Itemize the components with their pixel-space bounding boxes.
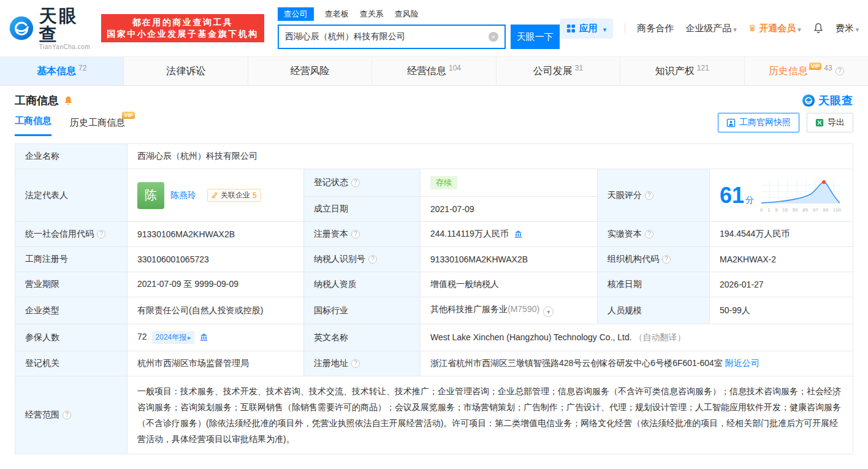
subtab-business-info[interactable]: 工商信息 [15,115,51,136]
reg-address-label: 注册地址 [304,351,421,376]
user-menu[interactable]: 费米 [836,23,859,34]
reg-authority-label: 登记机关 [15,351,128,376]
subtab-history-business-info[interactable]: 历史工商信息 VIP [70,117,125,136]
tianyancha-logo-icon [9,14,34,42]
tianyancha-logo-icon [802,94,815,107]
table-row: 法定代表人 陈 陈燕玲 关联企业 5 登记状态 [15,169,853,197]
english-name-value: West Lake Xinchen (Hangzhou) Technology … [421,324,853,351]
insured-count-label: 参保人数 [15,324,128,351]
table-row: 企业名称 西湖心辰（杭州）科技有限公司 [15,144,853,169]
annual-report-badge[interactable]: 2024年报 [152,331,195,344]
tab-basic-info[interactable]: 基本信息72 [0,57,124,85]
company-type-value: 有限责任公司(自然人投资或控股) [128,297,304,324]
chevron-down-icon [601,23,607,34]
open-vip-menu[interactable]: 开通会员 [748,23,801,34]
paid-capital-value: 194.4544万人民币 [710,222,853,247]
reg-authority-value: 杭州市西湖区市场监督管理局 [128,351,304,376]
enterprise-products-menu[interactable]: 企业级产品 [685,23,737,34]
apps-label: 应用 [579,23,598,34]
score-chart: 01 515 5085 9799 100 [760,178,841,213]
reg-number-label: 工商注册号 [15,247,128,272]
reg-address-value: 浙江省杭州市西湖区三墩镇智强路428号云创镓谷研发中心6号楼6F601-604室… [421,351,853,376]
help-icon[interactable] [351,178,360,187]
score-label: 天眼评分 [598,169,710,222]
search-tab-company[interactable]: 查公司 [278,7,314,21]
tab-operation-risk[interactable]: 经营风险 [248,57,372,85]
help-icon[interactable] [836,67,844,75]
nearby-companies-link[interactable]: 附近公司 [725,358,760,368]
help-icon[interactable] [63,411,71,419]
tianyancha-watermark-logo: 天眼查 [802,93,853,108]
related-companies-tag[interactable]: 关联企业 5 [207,189,261,202]
divider [625,23,625,33]
reg-number-value: 330106001065723 [128,247,304,272]
table-row: 登记机关 杭州市西湖区市场监督管理局 注册地址 浙江省杭州市西湖区三墩镇智强路4… [15,351,853,376]
business-term-value: 2021-07-09 至 9999-09-09 [128,272,304,297]
subscribe-bell-icon[interactable] [63,96,74,106]
search-tab-risk[interactable]: 查风险 [395,7,419,21]
top-header: 天眼查 TianYanCha.com 都在用的商业查询工具 国家中小企业发展子基… [0,0,868,56]
brand-name: 天眼查 [39,7,93,44]
tab-company-development[interactable]: 公司发展31 [497,57,620,85]
tab-operation-info[interactable]: 经营信息104 [372,57,496,85]
excel-icon [815,118,824,127]
chevron-down-icon [796,23,801,34]
insured-change-icon[interactable] [199,332,208,341]
help-icon[interactable] [645,230,653,238]
reg-capital-label: 注册资本 [304,222,421,247]
export-button[interactable]: 导出 [807,113,853,132]
establish-date-label: 成立日期 [304,197,421,222]
establish-date-value: 2021-07-09 [421,197,598,222]
score-marker-dot [822,180,826,184]
help-icon[interactable] [97,230,105,238]
company-section-tabs: 基本信息72 法律诉讼 经营风险 经营信息104 公司发展31 知识产权121 … [0,56,868,86]
vip-badge: VIP [809,63,822,70]
approval-date-value: 2026-01-27 [710,272,853,297]
tab-history-info[interactable]: 历史信息 VIP 43 [745,57,868,85]
search-tab-boss[interactable]: 查老板 [325,7,349,21]
business-info-table: 企业名称 西湖心辰（杭州）科技有限公司 法定代表人 陈 陈燕玲 关联企业 5 [15,143,853,454]
credit-code-label: 统一社会信用代码 [15,222,128,247]
industry-label: 国标行业 [304,297,421,324]
business-info-section: 工商信息 天眼查 工商信息 历史工商信息 VIP [0,93,868,454]
tab-legal-litigation[interactable]: 法律诉讼 [124,57,248,85]
chevron-down-icon[interactable] [543,307,554,317]
clear-icon[interactable] [489,32,498,42]
tianyancha-logo[interactable]: 天眼查 TianYanCha.com [9,7,93,50]
avatar[interactable]: 陈 [137,182,164,209]
official-snapshot-button[interactable]: 工商官网快照 [718,113,799,132]
credit-code-value: 91330106MA2KHWAX2B [128,222,304,247]
help-icon[interactable] [351,230,360,238]
score-axis: 01 515 5085 9799 100 [760,207,841,213]
promo-banner: 都在用的商业查询工具 国家中小企业发展子基金旗下机构 [101,14,264,42]
promo-banner-line1: 都在用的商业查询工具 [107,17,259,28]
taxpayer-id-label: 纳税人识别号 [304,247,421,272]
help-icon[interactable] [351,359,360,368]
company-type-label: 企业类型 [15,297,128,324]
capital-change-icon[interactable] [514,229,523,238]
tab-intellectual-property[interactable]: 知识产权121 [620,57,744,85]
brand-domain: TianYanCha.com [39,44,93,50]
help-icon[interactable] [368,255,377,264]
business-cooperation-link[interactable]: 商务合作 [637,23,674,34]
insured-count-value: 722024年报 [128,324,304,351]
business-term-label: 营业期限 [15,272,128,297]
help-icon[interactable] [645,191,653,200]
search-tab-relation[interactable]: 查关系 [360,7,384,21]
legal-rep-link[interactable]: 陈燕玲 [170,190,196,201]
link-icon [211,192,218,199]
table-row: 企业类型 有限责任公司(自然人投资或控股) 国标行业 其他科技推广服务业(M75… [15,297,853,324]
notification-bell-icon[interactable] [813,23,824,34]
crown-icon [748,23,759,34]
company-search-input[interactable] [285,32,489,42]
status-badge: 存续 [430,176,457,189]
business-scope-value: 一般项目：技术服务、技术开发、技术咨询、技术交流、技术转让、技术推广；企业管理咨… [128,376,853,454]
search-button[interactable]: 天眼一下 [511,25,560,49]
reg-status-value: 存续 [421,169,598,197]
apps-menu[interactable]: 应用 [560,18,614,39]
score-value: 61分 [710,169,853,222]
search-box [278,25,506,49]
vip-badge: VIP [122,112,135,119]
open-vip-label: 开通会员 [759,23,796,34]
help-icon[interactable] [662,255,671,264]
